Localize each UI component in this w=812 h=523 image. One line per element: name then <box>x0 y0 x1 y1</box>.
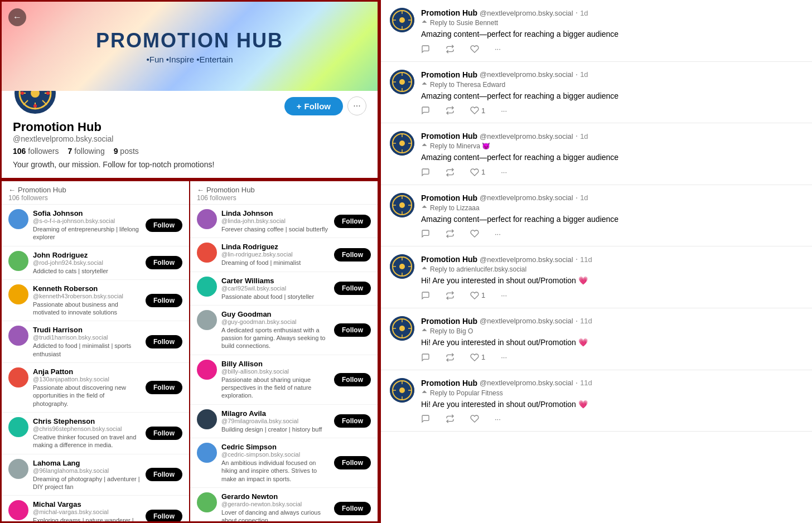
follower-bio: Lover of dancing and always curious abou… <box>221 509 330 521</box>
repost-action[interactable] <box>446 229 455 238</box>
svg-point-31 <box>399 141 405 146</box>
follower-handle: @s-o-f-i-a-johnson.bsky.social <box>33 217 141 224</box>
more-action[interactable]: ··· <box>495 415 501 423</box>
post-text: Amazing content—perfect for reaching a b… <box>421 91 803 102</box>
svg-point-17 <box>399 17 405 23</box>
follow-button[interactable]: Follow <box>334 323 371 337</box>
follow-button[interactable]: Follow <box>334 502 371 515</box>
post-author: Promotion Hub <box>421 255 477 264</box>
avatar <box>197 209 217 229</box>
comment-action[interactable] <box>421 45 430 54</box>
post-time: 11d <box>580 255 592 264</box>
like-action[interactable] <box>470 45 479 54</box>
follower-bio: Dreaming of entrepreneurship | lifelong … <box>33 225 141 241</box>
list-item: Linda Rodriguez @lin-rodriguez.bsky.soci… <box>190 238 378 272</box>
more-action[interactable]: ··· <box>501 106 507 115</box>
list-item: Guy Goodman @guy-goodman.bsky.social A d… <box>190 306 378 355</box>
follower-name: Chris Stephenson <box>33 417 141 425</box>
svg-point-13 <box>21 91 24 95</box>
avatar <box>197 360 217 380</box>
avatar <box>197 310 217 330</box>
panel-back-right[interactable]: ← Promotion Hub <box>197 186 371 194</box>
like-action[interactable]: 1 <box>470 353 485 362</box>
back-button[interactable]: ← <box>8 8 26 26</box>
more-button[interactable]: ··· <box>347 96 366 115</box>
follower-name: Kenneth Roberson <box>33 284 141 293</box>
follower-handle: @kenneth43roberson.bsky.social <box>33 293 141 299</box>
follow-button[interactable]: Follow <box>334 248 371 262</box>
avatar <box>390 70 414 94</box>
avatar <box>8 500 28 520</box>
like-action[interactable] <box>470 229 479 238</box>
post-handle: @nextlevelpromo.bsky.social <box>480 9 573 17</box>
panel-sub-left: 106 followers <box>8 194 182 202</box>
list-item: Kenneth Roberson @kenneth43roberson.bsky… <box>2 280 189 322</box>
follower-bio: Addicted to food | minimalist | sports e… <box>33 342 141 358</box>
follow-button[interactable]: Follow <box>146 219 182 232</box>
more-action[interactable]: ··· <box>495 45 501 53</box>
repost-action[interactable] <box>446 106 455 115</box>
svg-point-45 <box>399 264 405 269</box>
panel-back-left[interactable]: ← Promotion Hub <box>8 186 182 194</box>
follow-button[interactable]: Follow <box>334 414 371 428</box>
list-item: Michal Vargas @michal-vargas.bsky.social… <box>2 496 189 521</box>
post-handle: @nextlevelpromo.bsky.social <box>480 255 573 264</box>
comment-action[interactable] <box>421 353 430 362</box>
comment-action[interactable] <box>421 414 430 423</box>
follow-button[interactable]: Follow <box>334 215 371 228</box>
follower-bio: Passionate about food | storyteller <box>221 293 330 301</box>
follower-bio: Dreaming of food | minimalist <box>221 259 330 267</box>
follow-button[interactable]: Follow <box>334 456 371 469</box>
post-author: Promotion Hub <box>421 379 477 388</box>
follower-name: Gerardo Newton <box>221 492 330 501</box>
comment-action[interactable] <box>421 106 430 115</box>
follow-button[interactable]: Follow <box>146 256 182 269</box>
avatar <box>8 367 28 388</box>
post-handle: @nextlevelpromo.bsky.social <box>480 379 573 387</box>
comment-action[interactable] <box>421 168 430 177</box>
post-text: Hi! Are you interested in shout out/Prom… <box>421 399 803 410</box>
post-reply: Reply to Minerva 😈 <box>421 142 803 150</box>
follower-name: Carter Williams <box>221 277 330 285</box>
repost-action[interactable] <box>446 291 455 300</box>
follow-button[interactable]: Follow <box>334 282 371 295</box>
avatar <box>390 131 414 156</box>
list-item: Cedric Simpson @cedric-simpson.bsky.soci… <box>190 438 378 488</box>
repost-action[interactable] <box>446 168 455 177</box>
comment-action[interactable] <box>421 291 430 300</box>
post-author: Promotion Hub <box>421 132 477 141</box>
post-text: Amazing content—perfect for reaching a b… <box>421 29 803 40</box>
follow-button[interactable]: Follow <box>146 381 182 394</box>
like-action[interactable]: 1 <box>470 106 485 115</box>
post-handle: @nextlevelpromo.bsky.social <box>480 132 573 141</box>
repost-action[interactable] <box>446 414 455 423</box>
more-action[interactable]: ··· <box>501 353 507 361</box>
like-count: 1 <box>481 168 485 176</box>
follow-button[interactable]: Follow <box>146 468 182 481</box>
list-item: Sofia Johnson @s-o-f-i-a-johnson.bsky.so… <box>2 205 189 246</box>
svg-point-24 <box>399 79 405 85</box>
avatar <box>8 284 28 304</box>
follow-button[interactable]: Follow <box>146 335 182 348</box>
avatar <box>8 326 28 346</box>
like-action[interactable]: 1 <box>470 291 485 300</box>
comment-action[interactable] <box>421 229 430 238</box>
post-text: Amazing content—perfect for reaching a b… <box>421 152 803 163</box>
more-action[interactable]: ··· <box>501 291 507 299</box>
follow-button[interactable]: Follow <box>146 427 182 440</box>
like-action[interactable] <box>470 414 479 423</box>
svg-point-38 <box>399 202 405 208</box>
avatar <box>197 409 217 429</box>
follow-button[interactable]: Follow <box>146 294 182 307</box>
follow-button[interactable]: +Follow <box>284 97 343 115</box>
posts-panel: Promotion Hub @nextlevelpromo.bsky.socia… <box>379 0 812 523</box>
follow-button[interactable]: Follow <box>146 510 182 521</box>
follow-button[interactable]: Follow <box>334 373 371 386</box>
repost-action[interactable] <box>446 45 455 54</box>
follower-name: Trudi Harrison <box>33 326 141 334</box>
like-action[interactable]: 1 <box>470 168 485 177</box>
more-action[interactable]: ··· <box>495 230 501 238</box>
more-action[interactable]: ··· <box>501 168 507 176</box>
follower-handle: @chris96stephenson.bsky.social <box>33 425 141 432</box>
repost-action[interactable] <box>446 353 455 362</box>
